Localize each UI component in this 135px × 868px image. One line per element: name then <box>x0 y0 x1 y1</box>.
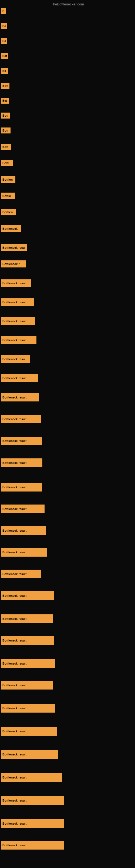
bar-label: Bottleneck result <box>1 591 54 600</box>
bar-item: Bot <box>1 98 9 104</box>
bar-item: Bottleneck result <box>1 796 64 805</box>
bar-label: Bottleneck result <box>1 704 55 713</box>
bar-item: Bottleneck result <box>1 317 35 325</box>
bar-item: Bottleneck result <box>1 704 55 713</box>
bar-label: Bottlen <box>1 176 15 183</box>
bar-item: Bottleneck resu <box>1 244 27 251</box>
bar-label: Bottleneck r <box>1 260 26 268</box>
bar-label: Bottleneck <box>1 225 21 232</box>
bar-label: Bottleneck result <box>1 636 54 645</box>
bar-item: Bottleneck result <box>1 483 42 492</box>
bar-label: Bottleneck result <box>1 796 64 805</box>
bar-item: Bottleneck <box>1 225 21 232</box>
bar-label: Bottleneck result <box>1 841 64 849</box>
bar-label: Bottleneck result <box>1 336 37 344</box>
bar-item: Bottleneck result <box>1 504 45 513</box>
bar-item: Bo <box>1 38 7 44</box>
bar-label: Bottleneck result <box>1 819 64 828</box>
bar-item: Bott <box>1 113 10 119</box>
bar-label: Bott <box>1 113 10 119</box>
bar-label: Bot <box>1 53 8 59</box>
bar-label: Bo <box>1 23 7 29</box>
bar-label: Bottl <box>1 160 13 166</box>
bar-label: Bottle <box>1 193 15 199</box>
bar-label: Bottleneck result <box>1 750 58 759</box>
bar-item: Bottleneck result <box>1 591 54 600</box>
bar-item: Bottlen <box>1 209 16 215</box>
bar-label: Bottleneck result <box>1 279 31 287</box>
bar-label: Bottlen <box>1 209 16 215</box>
bar-item: Bottleneck result <box>1 727 57 736</box>
bar-item: Bottleneck result <box>1 819 64 828</box>
bar-label: Bott <box>1 127 10 133</box>
bar-item: Bottleneck result <box>1 279 31 287</box>
bar-item: Bott <box>1 127 10 133</box>
bar-item: Bottleneck result <box>1 614 53 623</box>
bar-label: Bottleneck result <box>1 415 41 423</box>
bar-label: Bottleneck result <box>1 526 46 535</box>
bar-item: Bottleneck result <box>1 336 37 344</box>
bar-label: Bottleneck result <box>1 374 38 382</box>
bar-label: Bottleneck result <box>1 393 39 401</box>
bar-label: Bo <box>1 38 7 44</box>
bar-item: Bottleneck result <box>1 636 54 645</box>
bar-label: Bottleneck result <box>1 727 57 736</box>
bar-item: Bottleneck result <box>1 750 58 759</box>
bar-item: B <box>1 8 6 14</box>
bar-label: Bottleneck result <box>1 458 42 467</box>
bar-label: Bottleneck result <box>1 483 42 492</box>
bar-item: Bott <box>1 83 9 89</box>
bar-label: Bottleneck resu <box>1 244 27 251</box>
bar-item: Bottleneck result <box>1 393 39 401</box>
bar-label: Bottleneck resu <box>1 355 30 363</box>
bar-item: Bottleneck result <box>1 437 42 445</box>
bar-label: Bottleneck result <box>1 437 42 445</box>
bar-label: Bottleneck result <box>1 659 55 668</box>
bar-label: Bo <box>1 68 8 74</box>
bar-item: Bottleneck result <box>1 374 38 382</box>
bar-item: Bottleneck result <box>1 415 41 423</box>
bar-label: Bottleneck result <box>1 299 34 306</box>
bar-label: Bottleneck result <box>1 614 53 623</box>
bar-label: B <box>1 8 6 14</box>
bar-label: Bottleneck result <box>1 681 53 689</box>
bar-item: Bottleneck result <box>1 526 46 535</box>
bar-item: Bottleneck result <box>1 299 34 306</box>
bar-label: Bot <box>1 98 9 104</box>
bar-item: Bot <box>1 53 8 59</box>
bar-item: Bottleneck r <box>1 260 26 268</box>
bar-item: Bottleneck result <box>1 773 62 782</box>
bar-item: Bott <box>1 144 11 150</box>
bar-item: Bottleneck result <box>1 659 55 668</box>
bar-label: Bottleneck result <box>1 317 35 325</box>
bar-item: Bottleneck result <box>1 458 42 467</box>
bar-label: Bott <box>1 83 9 89</box>
bar-item: Bottleneck result <box>1 841 64 849</box>
bar-item: Bottleneck result <box>1 569 41 578</box>
bar-item: Bo <box>1 68 8 74</box>
bar-label: Bott <box>1 144 11 150</box>
bar-label: Bottleneck result <box>1 569 41 578</box>
bar-item: Bottlen <box>1 176 15 183</box>
site-title: TheBottlenecker.com <box>51 2 84 6</box>
bar-label: Bottleneck result <box>1 773 62 782</box>
bar-item: Bottleneck result <box>1 548 47 557</box>
bar-item: Bottleneck resu <box>1 355 30 363</box>
bar-label: Bottleneck result <box>1 504 45 513</box>
bar-item: Bo <box>1 23 7 29</box>
bar-item: Bottl <box>1 160 13 166</box>
bar-label: Bottleneck result <box>1 548 47 557</box>
bar-item: Bottle <box>1 193 15 199</box>
bar-item: Bottleneck result <box>1 681 53 689</box>
